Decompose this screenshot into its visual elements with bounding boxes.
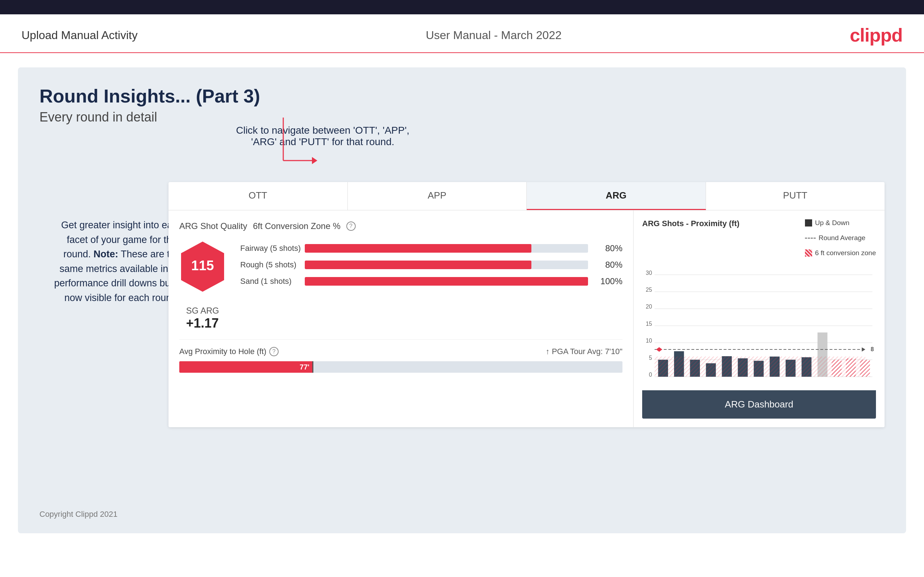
bar-track-fairway (305, 244, 588, 253)
svg-marker-34 (656, 347, 662, 351)
bar-track-sand (305, 277, 588, 285)
sg-label: SG ARG (186, 306, 219, 316)
legend-conversion-zone-label: 6 ft conversion zone (815, 249, 876, 257)
clippd-logo: clippd (850, 24, 903, 46)
document-title: User Manual - March 2022 (426, 29, 562, 42)
legend-hatched-icon (805, 250, 812, 256)
tab-ott[interactable]: OTT (168, 182, 348, 210)
svg-text:15: 15 (646, 321, 652, 327)
sg-value: +1.17 (186, 316, 219, 331)
chart-header: ARG Shots - Proximity (ft) Up & Down Rou… (642, 219, 876, 257)
bar-pct-sand: 100% (594, 276, 622, 286)
footer-copyright: Copyright Clippd 2021 (39, 509, 118, 519)
svg-text:8: 8 (871, 346, 874, 352)
top-bar (0, 0, 924, 15)
right-panel: ARG Shots - Proximity (ft) Up & Down Rou… (633, 210, 885, 427)
svg-text:10: 10 (646, 338, 652, 344)
bar-label-sand: Sand (1 shots) (240, 277, 305, 286)
legend-round-avg-label: Round Average (819, 234, 866, 242)
legend-square-icon (805, 219, 812, 227)
bar-fill-rough (305, 261, 531, 269)
proximity-bar-fill: 77' (179, 361, 312, 373)
chart-area: 0 5 10 15 20 25 30 (642, 263, 876, 385)
left-panel: ARG Shot Quality 6ft Conversion Zone % ?… (168, 210, 633, 427)
legend-up-down: Up & Down (805, 219, 850, 227)
svg-text:30: 30 (646, 270, 652, 276)
bar-track-rough (305, 261, 588, 269)
tabs-bar: OTT APP ARG PUTT (168, 182, 885, 210)
sg-section: SG ARG +1.17 (186, 306, 219, 331)
pga-avg: ↑ PGA Tour Avg: 7'10" (546, 347, 622, 356)
chart-legend: Up & Down Round Average 6 ft conversion … (805, 219, 876, 257)
upload-link[interactable]: Upload Manual Activity (21, 29, 138, 42)
main-content: Round Insights... (Part 3) Every round i… (18, 68, 906, 533)
proximity-value: 77' (300, 363, 309, 371)
tab-arg[interactable]: ARG (527, 182, 706, 210)
svg-marker-35 (862, 347, 865, 351)
help-icon[interactable]: ? (346, 221, 356, 231)
proximity-section: Avg Proximity to Hole (ft) ? ↑ PGA Tour … (179, 339, 622, 373)
bar-row-rough: Rough (5 shots) 80% (240, 260, 622, 270)
bar-label-rough: Rough (5 shots) (240, 260, 305, 269)
svg-marker-2 (312, 157, 317, 164)
svg-text:20: 20 (646, 304, 652, 310)
shot-quality-label: ARG Shot Quality (179, 221, 247, 231)
legend-conversion-zone: 6 ft conversion zone (805, 249, 876, 257)
header: Upload Manual Activity User Manual - Mar… (0, 15, 924, 53)
svg-rect-39 (655, 356, 866, 377)
tab-putt[interactable]: PUTT (706, 182, 885, 210)
bars-section: Fairway (5 shots) 80% Rough (5 shots) (240, 240, 622, 293)
bar-pct-fairway: 80% (594, 243, 622, 253)
arg-dashboard-button[interactable]: ARG Dashboard (642, 390, 876, 419)
proximity-help-icon[interactable]: ? (269, 347, 279, 356)
svg-text:5: 5 (649, 355, 652, 361)
card-body: ARG Shot Quality 6ft Conversion Zone % ?… (168, 210, 885, 427)
chart-title: ARG Shots - Proximity (ft) (642, 219, 739, 228)
bar-fill-fairway (305, 244, 531, 253)
proximity-bar-track: 77' (179, 361, 622, 373)
chart-svg: 0 5 10 15 20 25 30 (642, 263, 876, 385)
bar-label-fairway: Fairway (5 shots) (240, 244, 305, 253)
svg-text:25: 25 (646, 287, 652, 293)
main-card: OTT APP ARG PUTT ARG Shot Quality 6ft Co… (168, 182, 885, 427)
bar-fill-sand (305, 277, 588, 285)
svg-text:0: 0 (649, 372, 652, 378)
note-label: Note: (94, 249, 118, 259)
conversion-zone-label: 6ft Conversion Zone % (253, 221, 340, 231)
svg-text:115: 115 (191, 258, 214, 273)
hex-score-wrapper: 115 (179, 240, 226, 293)
legend-dashed-icon (805, 238, 816, 239)
legend-up-down-label: Up & Down (815, 219, 850, 227)
bar-row-sand: Sand (1 shots) 100% (240, 276, 622, 286)
page-title: Round Insights... (Part 3) (39, 85, 885, 107)
tab-app[interactable]: APP (348, 182, 527, 210)
panel-header: ARG Shot Quality 6ft Conversion Zone % ? (179, 221, 622, 231)
bar-pct-rough: 80% (594, 260, 622, 270)
proximity-label: Avg Proximity to Hole (ft) ? (179, 347, 279, 356)
page-subtitle: Every round in detail (39, 110, 885, 125)
annotation-arrow (279, 114, 351, 176)
bar-row-fairway: Fairway (5 shots) 80% (240, 243, 622, 253)
proximity-cursor (312, 361, 313, 373)
legend-round-avg: Round Average (805, 234, 866, 242)
proximity-header: Avg Proximity to Hole (ft) ? ↑ PGA Tour … (179, 347, 622, 356)
